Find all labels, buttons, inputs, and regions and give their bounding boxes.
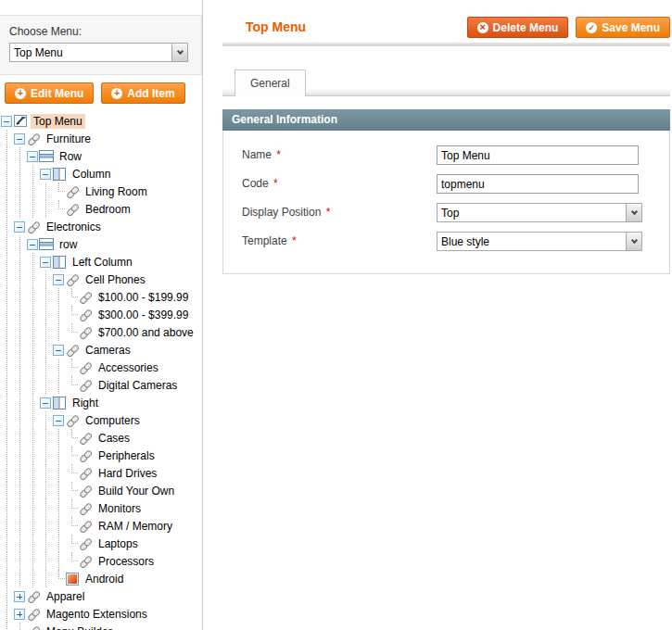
tree-indent-guide xyxy=(52,306,65,323)
tree-indent-guide xyxy=(0,411,13,429)
tree-node-label: Bedroom xyxy=(82,202,133,217)
display-position-select[interactable]: Top xyxy=(437,203,642,222)
tree-indent-guide xyxy=(0,605,13,623)
tree-indent-guide xyxy=(52,482,65,499)
tree-indent-guide xyxy=(39,464,52,482)
tree-node-computers[interactable]: Computers xyxy=(0,411,202,429)
sidebar-buttons: + Edit Menu + Add Item xyxy=(5,82,202,104)
collapse-minus-icon[interactable] xyxy=(27,151,38,162)
delete-menu-button[interactable]: × Delete Menu xyxy=(467,17,569,38)
choose-menu-select[interactable]: Top Menu xyxy=(9,43,188,62)
tree-indent-guide xyxy=(52,552,65,570)
tree-node-menu-builder[interactable]: Menu Builder xyxy=(0,623,202,630)
collapse-minus-icon[interactable] xyxy=(14,221,25,233)
tree-node-row[interactable]: row xyxy=(0,235,202,253)
root-icon xyxy=(13,114,28,129)
tree-node-label: Right xyxy=(70,396,101,410)
tree-node-bedroom[interactable]: Bedroom xyxy=(0,200,202,218)
tree-indent-guide xyxy=(0,288,13,306)
tree-indent-guide xyxy=(39,341,52,359)
tree-indent-guide xyxy=(13,288,26,306)
tree-indent-guide xyxy=(0,517,13,535)
tree-node-furniture[interactable]: Furniture xyxy=(0,130,202,147)
collapse-minus-icon[interactable] xyxy=(40,397,51,409)
tree-node-100-00-199-99[interactable]: $100.00 - $199.99 xyxy=(0,288,202,306)
name-input[interactable] xyxy=(437,145,639,165)
tree-indent-guide xyxy=(13,323,26,341)
tree-indent-guide xyxy=(26,323,39,341)
tree-indent-guide xyxy=(0,165,13,183)
save-menu-button-label: Save Menu xyxy=(602,21,660,34)
row-icon xyxy=(39,237,54,252)
tree-indent-guide xyxy=(0,552,13,570)
tree-node-label: Monitors xyxy=(95,501,144,516)
collapse-minus-icon[interactable] xyxy=(27,239,38,250)
chevron-down-icon[interactable] xyxy=(626,204,641,221)
collapse-minus-icon[interactable] xyxy=(1,116,12,127)
tree-node-magento-extensions[interactable]: Magento Extensions xyxy=(0,605,202,623)
tree-node-build-your-own[interactable]: Build Your Own xyxy=(0,482,202,499)
tree-node-label: Furniture xyxy=(44,132,94,146)
tree-node-laptops[interactable]: Laptops xyxy=(0,535,202,552)
row-icon xyxy=(39,149,54,164)
collapse-minus-icon[interactable] xyxy=(53,415,64,426)
tree-node-row[interactable]: Row xyxy=(0,147,202,165)
tree-node-hard-drives[interactable]: Hard Drives xyxy=(0,464,202,482)
save-menu-button[interactable]: ✓ Save Menu xyxy=(576,17,670,38)
collapse-minus-icon[interactable] xyxy=(14,133,25,145)
plus-circle-icon: + xyxy=(15,88,26,99)
link-icon xyxy=(26,132,41,146)
tree-elbow-connector xyxy=(65,359,78,376)
tab-general[interactable]: General xyxy=(235,69,306,96)
tree-node-label: row xyxy=(57,237,80,252)
link-icon xyxy=(65,413,80,428)
tree-node-right[interactable]: Right xyxy=(0,394,202,411)
tree-node-label: Living Room xyxy=(82,184,150,199)
tree-node-peripherals[interactable]: Peripherals xyxy=(0,447,202,464)
collapse-minus-icon[interactable] xyxy=(53,345,64,356)
tab-bar-baseline xyxy=(306,89,670,96)
expand-plus-icon[interactable] xyxy=(14,591,25,602)
template-select[interactable]: Blue style xyxy=(437,232,642,251)
chevron-down-icon[interactable] xyxy=(171,44,187,61)
tree-indent-guide xyxy=(39,323,52,341)
tree-node-apparel[interactable]: Apparel xyxy=(0,587,202,605)
form-row-template: Template *Blue style xyxy=(223,232,669,260)
chevron-down-icon[interactable] xyxy=(626,233,641,250)
tree-node-cases[interactable]: Cases xyxy=(0,429,202,447)
tree-node-left-column[interactable]: Left Column xyxy=(0,253,202,271)
tree-node-digital-cameras[interactable]: Digital Cameras xyxy=(0,376,202,394)
tree-node-top-menu[interactable]: Top Menu xyxy=(0,112,202,130)
tree-node-monitors[interactable]: Monitors xyxy=(0,499,202,517)
collapse-minus-icon[interactable] xyxy=(40,257,51,268)
tree-node-electronics[interactable]: Electronics xyxy=(0,218,202,235)
tree-node-column[interactable]: Column xyxy=(0,165,202,183)
tree-node-700-00-and-above[interactable]: $700.00 and above xyxy=(0,323,202,341)
tree-node-processors[interactable]: Processors xyxy=(0,552,202,570)
tree-node-label: Magento Extensions xyxy=(44,607,150,622)
tree-node-label: Peripherals xyxy=(95,448,158,463)
tree-indent-guide xyxy=(13,535,26,552)
code-input[interactable] xyxy=(437,174,639,194)
tree-node-cell-phones[interactable]: Cell Phones xyxy=(0,271,202,288)
tree-indent-guide xyxy=(13,359,26,376)
tree-node-accessories[interactable]: Accessories xyxy=(0,359,202,376)
add-item-button[interactable]: + Add Item xyxy=(101,82,184,104)
link-icon xyxy=(65,272,80,287)
tree-elbow-connector xyxy=(65,464,78,482)
tree-indent-guide xyxy=(52,323,65,341)
tree-indent-guide xyxy=(39,359,52,376)
tree-node-300-00-399-99[interactable]: $300.00 - $399.99 xyxy=(0,306,202,323)
tree-node-android[interactable]: Android xyxy=(0,570,202,587)
tree-indent-guide xyxy=(39,535,52,552)
tree-node-cameras[interactable]: Cameras xyxy=(0,341,202,359)
tree-indent-guide xyxy=(0,341,13,359)
tree-node-ram-memory[interactable]: RAM / Memory xyxy=(0,517,202,535)
tree-node-living-room[interactable]: Living Room xyxy=(0,183,202,200)
collapse-minus-icon[interactable] xyxy=(53,274,64,285)
tree-elbow-connector xyxy=(65,376,78,394)
expand-plus-icon[interactable] xyxy=(14,609,25,620)
collapse-minus-icon[interactable] xyxy=(40,169,51,180)
edit-menu-button[interactable]: + Edit Menu xyxy=(5,82,94,104)
tree-indent-guide xyxy=(39,411,52,429)
